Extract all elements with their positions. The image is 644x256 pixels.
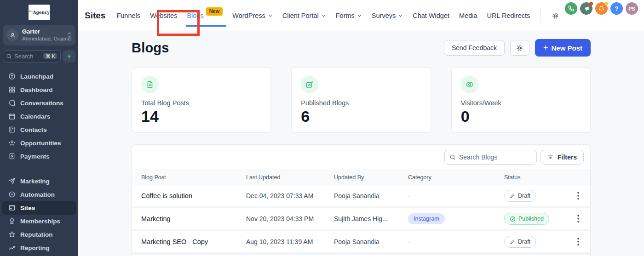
stats-cards: Total Blog Posts 14 Published Blogs 6 Vi…: [132, 67, 591, 133]
sidebar-item-launchpad[interactable]: Launchpad: [2, 70, 76, 83]
sidebar-secondary-nav: Marketing Automation Sites Memberships R…: [0, 175, 78, 256]
chevron-down-icon: [321, 13, 326, 18]
sidebar-item-dashboard[interactable]: Dashboard: [2, 83, 76, 97]
megaphone-icon: [583, 6, 590, 12]
blog-doc-icon: [141, 76, 159, 93]
sites-icon: [8, 204, 16, 211]
account-avatar: [6, 29, 18, 41]
sidebar-search[interactable]: ⌘ K: [3, 50, 61, 63]
plus-icon: +: [543, 44, 548, 52]
notifications-button[interactable]: [595, 2, 608, 15]
sidebar-item-automation[interactable]: Automation: [2, 188, 76, 201]
sidebar-item-reporting[interactable]: Reporting: [2, 241, 76, 255]
column-header-status: Status: [504, 174, 573, 181]
dashboard-icon: [8, 86, 16, 93]
table-row[interactable]: Marketing Nov 20, 2023 04:33 PM Sujith J…: [132, 208, 590, 231]
sidebar-item-reputation[interactable]: Reputation: [2, 228, 76, 241]
tab-url-redirects[interactable]: URL Redirects: [487, 0, 530, 31]
kebab-icon: [577, 192, 579, 200]
sidebar-item-opportunities[interactable]: Opportunities: [2, 137, 76, 150]
sidebar-item-marketing[interactable]: Marketing: [2, 175, 76, 188]
launchpad-icon: [8, 73, 16, 80]
account-location: Ahmedabad, Gujarat: [22, 35, 63, 42]
tab-wordpress[interactable]: WordPress: [232, 0, 272, 31]
table-row[interactable]: Marketing SEO - Copy Aug 10, 2023 11:39 …: [132, 231, 590, 254]
reputation-icon: [8, 231, 16, 238]
sidebar-item-calendars[interactable]: Calendars: [2, 110, 76, 123]
row-actions-menu[interactable]: [577, 238, 581, 246]
sidebar-item-contacts[interactable]: Contacts: [2, 123, 76, 137]
phone-button[interactable]: [565, 2, 577, 15]
row-actions-menu[interactable]: [577, 215, 581, 223]
pencil-icon: [510, 239, 515, 245]
updated-by-cell: Pooja Sanandia: [334, 238, 408, 245]
updated-by-cell: Pooja Sanandia: [334, 192, 408, 199]
new-post-button[interactable]: + New Post: [535, 39, 591, 57]
row-actions-menu[interactable]: [577, 192, 581, 200]
sidebar-item-app-marketplace[interactable]: App Marketplace: [2, 255, 76, 256]
bell-icon: [598, 6, 604, 11]
column-header-blog-post: Blog Post: [141, 174, 246, 181]
opportunities-icon: [8, 139, 16, 147]
tab-forms[interactable]: Forms: [336, 0, 362, 31]
question-icon: ?: [615, 5, 619, 12]
tab-media[interactable]: Media: [459, 0, 477, 31]
announcements-button[interactable]: [580, 2, 592, 15]
conversations-icon: [8, 99, 16, 107]
sidebar-item-payments[interactable]: Payments: [2, 150, 76, 163]
sidebar-divider: [6, 169, 72, 169]
published-image-icon: [301, 76, 318, 93]
tab-surveys[interactable]: Surveys: [372, 0, 403, 31]
filters-button[interactable]: Filters: [540, 150, 584, 165]
column-header-updated-by: Updated By: [334, 174, 408, 181]
blog-post-title[interactable]: Marketing: [141, 215, 246, 222]
blog-post-title[interactable]: Marketing SEO - Copy: [141, 238, 246, 245]
last-updated-cell: Dec 04, 2023 07:33 AM: [246, 192, 334, 199]
topbar-icon-cluster: ? PS: [565, 2, 638, 15]
help-button[interactable]: ?: [610, 2, 623, 15]
sidebar-item-sites[interactable]: Sites: [2, 201, 76, 215]
check-circle-icon: [510, 216, 516, 222]
person-pin-icon: [9, 32, 16, 39]
send-feedback-button[interactable]: Send Feedback: [444, 40, 505, 56]
notification-dot: [589, 2, 593, 6]
search-blogs-input[interactable]: [459, 154, 523, 161]
nav-settings-gear-icon[interactable]: [552, 12, 559, 20]
tab-blogs[interactable]: Blogs New: [187, 0, 223, 31]
contacts-icon: [8, 126, 16, 133]
search-blogs-field[interactable]: [444, 150, 537, 165]
blog-settings-button[interactable]: [510, 40, 529, 56]
page-title: Blogs: [132, 40, 169, 56]
column-header-last-updated: Last Updated: [246, 174, 334, 181]
stat-label: Total Blog Posts: [141, 99, 261, 107]
stat-card-total-blog-posts: Total Blog Posts 14: [132, 67, 271, 133]
reporting-icon: [8, 244, 16, 251]
payments-icon: [8, 153, 16, 160]
account-switcher[interactable]: Garter Ahmedabad, Gujarat: [3, 25, 75, 46]
chevron-down-icon: [398, 13, 403, 18]
notification-dot: [604, 2, 608, 6]
tab-client-portal[interactable]: Client Portal: [282, 0, 326, 31]
gear-icon: [516, 44, 523, 52]
ai-spark-button[interactable]: [63, 50, 75, 63]
table-row[interactable]: Coffee is solution Dec 04, 2023 07:33 AM…: [132, 185, 590, 208]
blogs-table-card: Filters Blog Post Last Updated Updated B…: [132, 144, 591, 256]
stat-value: 14: [141, 108, 261, 125]
marketing-icon: [8, 177, 16, 185]
sidebar-search-input[interactable]: [14, 53, 41, 60]
sidebar-item-memberships[interactable]: Memberships: [2, 215, 76, 228]
stat-label: Visitors/Week: [461, 99, 581, 107]
search-icon: [449, 154, 456, 160]
tab-chat-widget[interactable]: Chat Widget: [413, 0, 449, 31]
column-header-category: Category: [408, 174, 504, 181]
new-badge: New: [206, 7, 223, 15]
sidebar-item-conversations[interactable]: Conversations: [2, 97, 76, 110]
stat-label: Published Blogs: [301, 99, 421, 107]
tab-funnels[interactable]: Funnels: [116, 0, 140, 31]
tab-websites[interactable]: Websites: [150, 0, 177, 31]
status-badge-draft: Draft: [504, 190, 536, 202]
nav-divider: [540, 10, 541, 22]
blog-post-title[interactable]: Coffee is solution: [141, 192, 246, 199]
user-avatar[interactable]: PS: [626, 2, 638, 15]
calendars-icon: [8, 113, 16, 120]
